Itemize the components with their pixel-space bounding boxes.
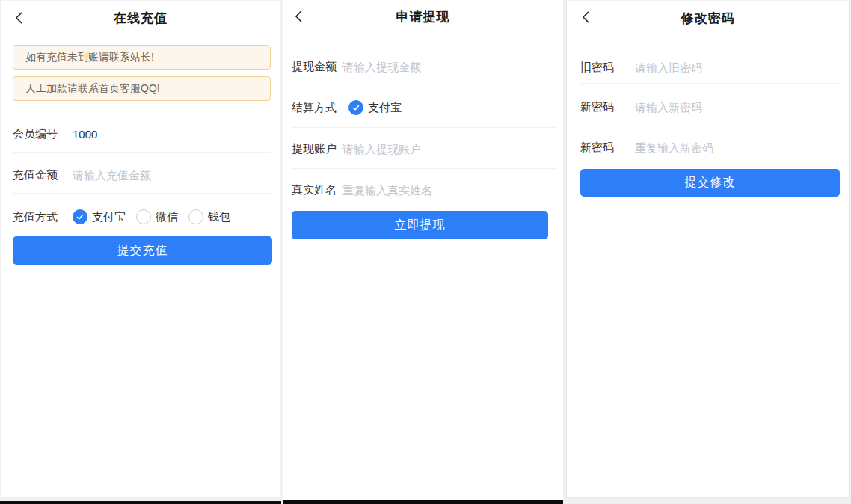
divider <box>292 168 556 169</box>
recharge-method-row: 充值方式 支付宝 微信 钱包 <box>13 203 271 231</box>
submit-recharge-button[interactable]: 提交充值 <box>13 236 272 265</box>
real-name-row: 真实姓名 <box>292 176 554 204</box>
repeat-password-input[interactable] <box>635 141 799 154</box>
submit-change-button[interactable]: 提交修改 <box>580 169 840 197</box>
page-title: 修改密码 <box>681 10 735 27</box>
radio-alipay[interactable]: 支付宝 <box>348 100 402 115</box>
repeat-password-row: 新密码 <box>580 133 838 162</box>
screen-bottom-bar <box>283 500 563 504</box>
settlement-method-label: 结算方式 <box>292 101 342 115</box>
radio-label: 支付宝 <box>368 101 402 115</box>
screen-bottom-bar <box>0 501 281 504</box>
radio-wechat[interactable]: 微信 <box>136 209 178 224</box>
header-withdraw: 申请提现 <box>283 0 563 33</box>
divider <box>292 84 556 84</box>
recharge-amount-row: 充值金额 <box>13 161 271 189</box>
notice-banner: 人工加款请联系首页客服QQ! <box>13 76 271 101</box>
new-password-label: 新密码 <box>580 100 635 114</box>
recharge-method-label: 充值方式 <box>13 210 73 224</box>
divider <box>292 127 556 128</box>
radio-checked-icon <box>73 209 87 224</box>
radio-checked-icon <box>348 100 363 115</box>
old-password-input[interactable] <box>635 61 799 74</box>
withdraw-amount-label: 提现金额 <box>292 60 342 74</box>
divider <box>580 83 838 84</box>
member-number-value: 1000 <box>73 128 97 141</box>
member-number-row: 会员编号 1000 <box>13 120 271 148</box>
notice-text: 如有充值未到账请联系站长! <box>25 51 154 64</box>
radio-label: 微信 <box>156 210 178 224</box>
header-recharge: 在线充值 <box>1 1 280 34</box>
back-icon[interactable] <box>579 10 594 25</box>
divider <box>580 123 838 123</box>
radio-wallet[interactable]: 钱包 <box>188 209 230 224</box>
withdraw-amount-row: 提现金额 <box>292 52 554 81</box>
panel-change-password: 修改密码 旧密码 新密码 新密码 提交修改 <box>566 1 850 498</box>
panel-withdraw: 申请提现 提现金额 结算方式 支付宝 提现账户 真实姓名 立即提现 <box>283 0 563 500</box>
radio-label: 钱包 <box>208 210 230 224</box>
withdraw-account-input[interactable] <box>342 143 507 156</box>
radio-unchecked-icon <box>136 209 151 224</box>
page-title: 在线充值 <box>114 10 168 27</box>
panel-online-recharge: 在线充值 如有充值未到账请联系站长! 人工加款请联系首页客服QQ! 会员编号 1… <box>1 1 280 497</box>
withdraw-amount-input[interactable] <box>342 61 507 73</box>
radio-label: 支付宝 <box>92 210 126 224</box>
real-name-input[interactable] <box>342 184 507 197</box>
repeat-password-label: 新密码 <box>580 141 635 155</box>
settlement-method-row: 结算方式 支付宝 <box>292 93 554 122</box>
member-number-label: 会员编号 <box>13 127 73 141</box>
withdraw-account-row: 提现账户 <box>292 135 554 163</box>
app-canvas: { "colors": { "primary": "#2d7ef7", "ale… <box>0 0 851 504</box>
new-password-input[interactable] <box>635 101 799 114</box>
radio-unchecked-icon <box>188 209 203 224</box>
header-change-password: 修改密码 <box>567 1 849 34</box>
old-password-row: 旧密码 <box>580 53 838 82</box>
notice-banner: 如有充值未到账请联系站长! <box>13 45 271 70</box>
real-name-label: 真实姓名 <box>292 183 342 197</box>
recharge-amount-label: 充值金额 <box>13 168 73 182</box>
back-icon[interactable] <box>12 10 27 25</box>
withdraw-account-label: 提现账户 <box>292 142 342 156</box>
divider <box>13 193 271 194</box>
new-password-row: 新密码 <box>580 93 838 121</box>
recharge-method-options: 支付宝 微信 钱包 <box>73 209 241 224</box>
old-password-label: 旧密码 <box>580 61 635 75</box>
recharge-amount-input[interactable] <box>73 169 237 182</box>
notice-text: 人工加款请联系首页客服QQ! <box>25 82 160 96</box>
radio-alipay[interactable]: 支付宝 <box>73 209 126 224</box>
divider <box>13 152 271 153</box>
withdraw-now-button[interactable]: 立即提现 <box>292 211 548 239</box>
back-icon[interactable] <box>292 9 307 24</box>
page-title: 申请提现 <box>396 8 450 25</box>
